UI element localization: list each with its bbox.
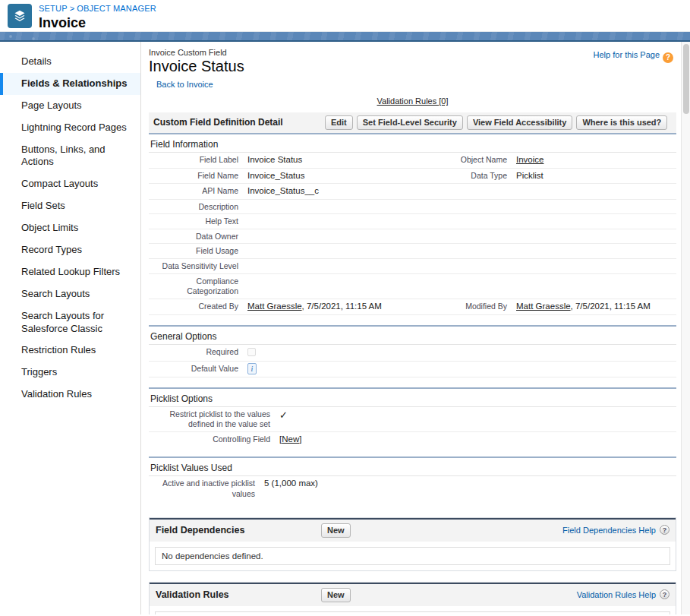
- field-value: [516, 476, 676, 488]
- page-head: Invoice Custom Field Invoice Status Back…: [149, 46, 676, 90]
- detail-row: Created ByMatt Graessle, 7/5/2021, 11:15…: [149, 299, 676, 315]
- field-label: [430, 200, 516, 204]
- validation-rules-header: Validation Rules New Validation Rules He…: [150, 583, 676, 606]
- validation-rules-help-link[interactable]: Validation Rules Help: [577, 590, 656, 599]
- help-for-this-page-label: Help for this Page: [594, 50, 660, 59]
- object-manager-sidebar: DetailsFields & RelationshipsPage Layout…: [0, 42, 141, 614]
- help-orange-icon[interactable]: [663, 52, 673, 63]
- main-panel: Invoice Custom Field Invoice Status Back…: [141, 42, 681, 614]
- sidebar-item-details[interactable]: Details: [0, 51, 140, 73]
- field-value: Matt Graessle, 7/5/2021, 11:15 AM: [247, 299, 430, 314]
- user-link[interactable]: Matt Graessle: [516, 302, 571, 311]
- detail-value-content: 5 (1,000 max): [264, 479, 318, 488]
- field-value: Picklist: [516, 169, 676, 184]
- field-dependencies-title: Field Dependencies: [156, 525, 321, 535]
- field-label: Help Text: [149, 214, 247, 229]
- sidebar-item-lightning-record-pages[interactable]: Lightning Record Pages: [0, 117, 140, 139]
- sidebar-item-record-types[interactable]: Record Types: [0, 239, 140, 261]
- sidebar-item-validation-rules[interactable]: Validation Rules: [0, 384, 140, 406]
- detail-row: Controlling Field[New]: [149, 432, 676, 447]
- detail-section-picklist-options: Picklist OptionsRestrict picklist to the…: [149, 387, 676, 447]
- help-question-icon[interactable]: [660, 525, 670, 535]
- field-label: [430, 362, 516, 365]
- checkbox-unchecked: [247, 348, 256, 356]
- new-button[interactable]: New: [321, 588, 351, 602]
- breadcrumb-link-setup[interactable]: SETUP: [39, 4, 68, 13]
- detail-value-content: Matt Graessle, 7/5/2021, 11:15 AM: [247, 302, 382, 311]
- date-text: , 7/5/2021, 11:15 AM: [302, 302, 382, 311]
- detail-buttons: EditSet Field-Level SecurityView Field A…: [325, 115, 672, 130]
- breadcrumb-link-object-manager[interactable]: OBJECT MANAGER: [77, 4, 156, 13]
- field-dependencies-section: Field Dependencies New Field Dependencie…: [149, 517, 676, 571]
- sidebar-item-search-layouts[interactable]: Search Layouts: [0, 283, 140, 305]
- sidebar-item-search-layouts-for-salesforce-classic[interactable]: Search Layouts for Salesforce Classic: [0, 305, 140, 340]
- detail-value-content: Invoice_Status__c: [247, 186, 319, 195]
- field-label: [430, 229, 516, 233]
- view-field-accessibility-button[interactable]: View Field Accessibility: [467, 115, 573, 130]
- setup-banner-decoration: [0, 31, 690, 42]
- sidebar-item-page-layouts[interactable]: Page Layouts: [0, 95, 140, 117]
- vertical-scrollbar[interactable]: [681, 42, 690, 614]
- sidebar-item-buttons-links-and-actions[interactable]: Buttons, Links, and Actions: [0, 139, 140, 174]
- object-title: Invoice: [39, 15, 156, 31]
- new-link[interactable]: New: [282, 434, 299, 444]
- detail-row: Restrict picklist to the values defined …: [149, 407, 676, 432]
- field-label: Controlling Field: [149, 432, 279, 447]
- custom-field-detail-header: Custom Field Definition Detail EditSet F…: [149, 112, 676, 134]
- object-manager-icon: [8, 4, 32, 28]
- field-label: Data Sensitivity Level: [149, 259, 247, 273]
- set-field-level-security-button[interactable]: Set Field-Level Security: [357, 115, 463, 130]
- detail-value-content: [247, 364, 257, 373]
- field-label: Compliance Categorization: [149, 274, 247, 299]
- edit-button[interactable]: Edit: [325, 115, 353, 130]
- section-heading-picklist-options: Picklist Options: [149, 389, 676, 407]
- section-heading-picklist-values-used: Picklist Values Used: [149, 458, 676, 476]
- sidebar-item-fields-relationships[interactable]: Fields & Relationships: [0, 73, 140, 95]
- field-label: [430, 476, 516, 480]
- field-label: [430, 407, 516, 411]
- field-dependencies-help-link[interactable]: Field Dependencies Help: [562, 526, 656, 535]
- breadcrumb-separator: >: [68, 4, 77, 13]
- field-label: [430, 274, 516, 278]
- field-label: Restrict picklist to the values defined …: [149, 407, 279, 431]
- field-value: [247, 362, 430, 377]
- detail-row: API NameInvoice_Status__c: [149, 184, 676, 200]
- field-label: [430, 214, 516, 218]
- sidebar-item-field-sets[interactable]: Field Sets: [0, 195, 140, 217]
- detail-section-general-options: General OptionsRequiredDefault Value: [149, 325, 676, 377]
- sidebar-item-related-lookup-filters[interactable]: Related Lookup Filters: [0, 261, 140, 283]
- field-label: API Name: [149, 184, 247, 198]
- field-value: [516, 200, 676, 211]
- detail-value-content: [New]: [279, 434, 301, 444]
- validation-rules-buttons: New: [321, 587, 577, 602]
- detail-row: Default Value: [149, 362, 676, 377]
- field-value: [516, 274, 676, 286]
- field-dependencies-empty-message: No dependencies defined.: [155, 547, 670, 565]
- field-value: Invoice_Status__c: [247, 184, 430, 199]
- field-value: [516, 214, 676, 226]
- detail-section-picklist-values-used: Picklist Values UsedActive and inactive …: [149, 456, 676, 501]
- help-question-icon[interactable]: [660, 589, 670, 599]
- field-label: [430, 184, 516, 188]
- back-to-invoice-link[interactable]: Back to Invoice: [156, 80, 213, 89]
- user-link[interactable]: Matt Graessle: [247, 302, 302, 311]
- detail-row: Description: [149, 200, 676, 215]
- info-icon[interactable]: [247, 363, 257, 374]
- scrollbar-thumb[interactable]: [683, 44, 689, 114]
- sidebar-item-compact-layouts[interactable]: Compact Layouts: [0, 173, 140, 195]
- help-for-this-page-link[interactable]: Help for this Page: [594, 50, 673, 63]
- where-is-this-used-button[interactable]: Where is this used?: [576, 115, 667, 130]
- field-label: [430, 259, 516, 263]
- validation-rules-quick-link[interactable]: Validation Rules [0]: [377, 96, 449, 106]
- sidebar-item-triggers[interactable]: Triggers: [0, 362, 140, 384]
- detail-row: Data Owner: [149, 229, 676, 245]
- sidebar-item-object-limits[interactable]: Object Limits: [0, 217, 140, 239]
- new-button[interactable]: New: [321, 523, 351, 538]
- layers-icon: [12, 8, 27, 24]
- sidebar-item-restriction-rules[interactable]: Restriction Rules: [0, 340, 140, 362]
- field-value: [516, 184, 676, 195]
- field-label: Created By: [149, 299, 247, 314]
- validation-rules-section: Validation Rules New Validation Rules He…: [149, 582, 676, 614]
- invoice-link[interactable]: Invoice: [516, 155, 543, 164]
- field-value: [New]: [279, 432, 430, 447]
